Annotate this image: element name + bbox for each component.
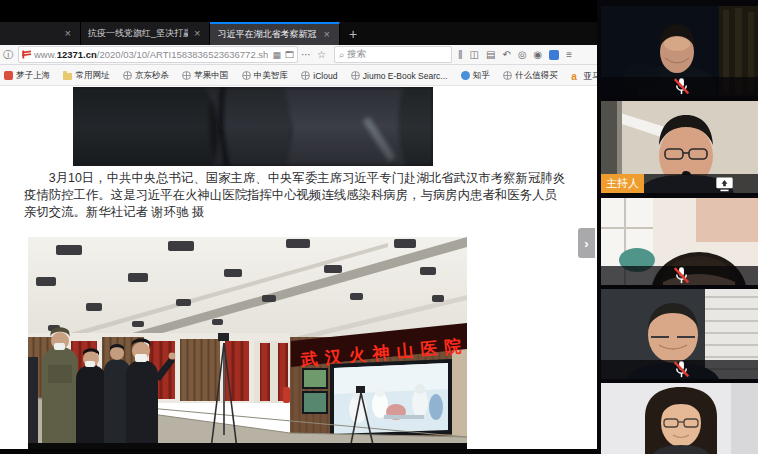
- tab-close-icon[interactable]: ×: [192, 27, 202, 40]
- participant-tile-brucehorse[interactable]: 主持人 brucehorse: [601, 101, 758, 193]
- site-favicon-flag-icon: [22, 50, 31, 59]
- site-info-icon[interactable]: ⓘ: [3, 50, 13, 60]
- bookmark-item[interactable]: 梦子上海: [4, 70, 50, 82]
- tab-title: 抗疫一线党旗红_坚决打赢疫情防控阻: [88, 27, 188, 40]
- bookmark-item[interactable]: Jiumo E-Book Searc...: [351, 71, 448, 81]
- bookmark-favicon-icon: [63, 73, 72, 80]
- bookmark-item[interactable]: 苹果中国: [182, 70, 228, 82]
- bookmark-label: 知乎: [473, 70, 490, 82]
- bookmark-label: 京东秒杀: [135, 70, 169, 82]
- screen-share-icon: [648, 174, 758, 193]
- bookmark-favicon-icon: [4, 71, 13, 80]
- bookmark-item[interactable]: 知乎: [461, 70, 490, 82]
- browser-toolbar: ⓘ www.12371.cn/2020/03/10/ARTI1583836523…: [0, 45, 597, 65]
- search-icon: ⌕: [339, 49, 344, 61]
- search-placeholder: 搜索: [347, 48, 366, 61]
- bookmark-list: 梦子上海 常用网址 京东秒杀 苹果中国: [4, 66, 601, 84]
- sidebar-panel-icon[interactable]: ◫: [470, 50, 479, 60]
- bookmark-favicon-icon: [571, 72, 580, 81]
- bookmark-label: 什么值得买: [515, 70, 558, 82]
- bookmarks-bar: 梦子上海 常用网址 京东秒杀 苹果中国: [0, 65, 601, 86]
- bookmark-label: iCloud: [313, 71, 337, 81]
- tab-close-icon[interactable]: ×: [321, 28, 331, 41]
- bookmark-favicon-icon: [301, 71, 310, 80]
- sidebar-collapse-handle[interactable]: ›: [578, 228, 595, 258]
- save-page-icon[interactable]: 🗔: [285, 50, 294, 60]
- bookmark-label: 中美智库: [254, 70, 288, 82]
- bookmark-label: Jiumo E-Book Searc...: [363, 71, 448, 81]
- bookmark-favicon-icon: [351, 71, 360, 80]
- bookmark-star-icon[interactable]: ☆: [317, 50, 326, 60]
- bookmark-item[interactable]: 常用网址: [63, 70, 109, 82]
- bookmark-item[interactable]: 京东秒杀: [123, 70, 169, 82]
- tab-kangyi[interactable]: 抗疫一线党旗红_坚决打赢疫情防控阻 ×: [81, 22, 210, 45]
- participant-tile-luwenzhong[interactable]: 卢文忠: [601, 6, 758, 96]
- mic-muted-icon: [605, 77, 758, 96]
- undo-icon[interactable]: ↶: [502, 50, 510, 60]
- reader-icon[interactable]: ▤: [486, 50, 495, 60]
- bookmark-label: 苹果中国: [194, 70, 228, 82]
- bookmark-label: 梦子上海: [16, 70, 50, 82]
- toolbar-buttons: ⫼ ◫ ▤ ↶ ◎ ◉ ≡: [458, 50, 572, 60]
- library-icon[interactable]: ⫼: [458, 50, 463, 60]
- extension-icon[interactable]: [549, 50, 559, 60]
- bookmark-item[interactable]: 中美智库: [242, 70, 288, 82]
- mic-muted-icon: [605, 360, 758, 379]
- article-photo-suits: [73, 87, 433, 166]
- url-text: www.12371.cn/2020/03/10/ARTI158383652363…: [34, 49, 268, 60]
- bookmark-favicon-icon: [503, 71, 512, 80]
- participant-namebar: 主持人 brucehorse: [601, 174, 758, 193]
- browser-tab-bar: × 抗疫一线党旗红_坚决打赢疫情防控阻 × 习近平在湖北省考察新冠肺炎疫情防控 …: [0, 22, 597, 45]
- bookmark-favicon-icon: [242, 71, 251, 80]
- shared-screen: × 抗疫一线党旗红_坚决打赢疫情防控阻 × 习近平在湖北省考察新冠肺炎疫情防控 …: [0, 0, 597, 454]
- article-caption: 3月10日，中共中央总书记、国家主席、中央军委主席习近平专门赴湖北省武汉市考察新…: [24, 170, 567, 221]
- address-bar[interactable]: www.12371.cn/2020/03/10/ARTI158383652363…: [18, 46, 298, 63]
- bookmark-item[interactable]: 什么值得买: [503, 70, 558, 82]
- participant-tile-xushuigui[interactable]: 许水贵: [601, 198, 758, 285]
- page-actions-icon[interactable]: ⋯: [301, 50, 311, 60]
- host-badge: 主持人: [601, 174, 644, 193]
- tab-close-icon[interactable]: ×: [63, 27, 73, 40]
- participant-tile-unnamed[interactable]: [601, 383, 758, 454]
- tab-title: 习近平在湖北省考察新冠肺炎疫情防控: [217, 28, 317, 41]
- participant-namebar: 卢文忠: [601, 77, 758, 96]
- letterbox-top: [0, 0, 597, 22]
- participant-namebar: 杨美华: [601, 360, 758, 379]
- sync-icon[interactable]: ◉: [534, 50, 543, 60]
- letterbox-bottom: [0, 449, 597, 454]
- webpage-content: 3月10日，中共中央总书记、国家主席、中央军委主席习近平专门赴湖北省武汉市考察新…: [0, 86, 597, 449]
- search-box[interactable]: ⌕ 搜索: [334, 46, 452, 63]
- qr-code-icon[interactable]: ▦: [272, 50, 281, 60]
- participant-namebar: 许水贵: [601, 266, 758, 285]
- bookmark-favicon-icon: [461, 71, 470, 80]
- meeting-window: × 抗疫一线党旗红_坚决打赢疫情防控阻 × 习近平在湖北省考察新冠肺炎疫情防控 …: [0, 0, 758, 454]
- participants-sidebar: 卢文忠 主持人 brucehorse: [597, 0, 758, 454]
- account-icon[interactable]: ◎: [518, 50, 527, 60]
- bookmark-favicon-icon: [182, 71, 191, 80]
- bookmark-favicon-icon: [123, 71, 132, 80]
- new-tab-button[interactable]: +: [340, 22, 366, 45]
- participant-tile-yangmeihua[interactable]: 杨美华: [601, 289, 758, 379]
- bookmark-label: 常用网址: [75, 70, 109, 82]
- bookmark-item[interactable]: iCloud: [301, 71, 337, 81]
- tab-xijinping-active[interactable]: 习近平在湖北省考察新冠肺炎疫情防控 ×: [210, 22, 339, 45]
- tab-hidden[interactable]: ×: [0, 22, 81, 45]
- article-photo-hospital: 武汉火神山医院: [28, 237, 467, 449]
- mic-muted-icon: [605, 266, 758, 285]
- menu-icon[interactable]: ≡: [566, 50, 572, 60]
